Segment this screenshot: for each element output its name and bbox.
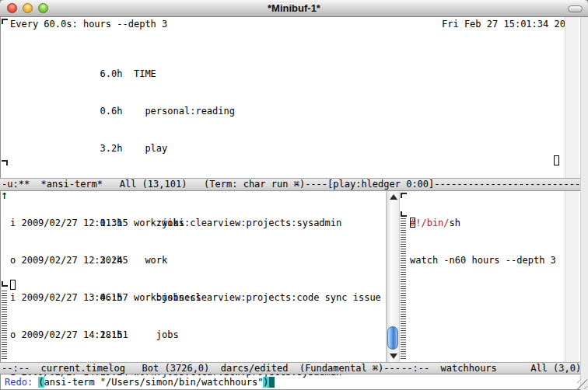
buffer-cursor (10, 280, 16, 290)
watch-header: Every 60.0s: hours --depth 3 (10, 18, 167, 30)
paren-close: ) (263, 377, 268, 388)
empty-lines-indicator (2, 291, 7, 359)
frame-right-border (580, 17, 588, 390)
scroll-up-arrow-icon[interactable] (390, 194, 397, 200)
watch-timestamp: Fri Feb 27 15:01:34 2009 (442, 18, 576, 30)
timelog-line: i 2009/02/27 13:46:57 work:jobs:clearvie… (10, 291, 385, 304)
buffer-end-angle-icon (2, 160, 8, 165)
titlebar[interactable]: *Minibuf-1* (0, 0, 588, 17)
timelog-scrollbar[interactable] (386, 191, 400, 362)
scrollbar-thumb[interactable] (387, 326, 398, 350)
shebang-interpreter: #!/bin/ (410, 218, 450, 228)
timelog-line: o 2009/02/27 14:18:51 (10, 329, 385, 341)
report-line: 6.0h TIME (10, 68, 555, 80)
buffer-top-angle-icon (2, 19, 8, 24)
buffer-top-angle-icon (401, 193, 407, 198)
script-buffer: #!/bin/sh watch -n60 hours --depth 3 (410, 192, 564, 291)
toolbar-toggle-button[interactable] (568, 5, 583, 12)
ansi-term-scrollbar-track[interactable] (565, 17, 579, 178)
script-line: watch -n60 hours --depth 3 (410, 254, 564, 266)
timelog-line: o 2009/02/27 12:30:45 (10, 254, 385, 266)
buffer-end-angle-icon (2, 281, 8, 287)
timelog-buffer: i 2009/02/27 12:11:15 work:jobs:clearvie… (10, 192, 385, 390)
script-scrollbar-track[interactable] (565, 191, 579, 362)
scroll-above-indicator-icon: ↑ (1, 190, 8, 203)
shebang-line: #!/bin/sh (410, 217, 564, 229)
paren-open: ( (38, 377, 44, 388)
minibuffer-command: ansi-term "/Users/simon/bin/watchhours" (44, 377, 264, 388)
scroll-down-arrow-icon[interactable] (390, 353, 397, 359)
emacs-frame: *Minibuf-1* Every 60.0s: hours --depth 3… (0, 0, 588, 390)
minibuffer[interactable]: Redo: (ansi-term "/Users/simon/bin/watch… (5, 376, 275, 388)
minibuffer-cursor (269, 377, 275, 388)
report-line: 3.2h play (10, 142, 555, 155)
report-line: 0.6h personal:reading (10, 105, 555, 117)
modeline-ansi-term[interactable]: -u:** *ansi-term* All (13,101) (Term: ch… (0, 178, 580, 191)
modeline-timelog[interactable]: --:-- current.timelog Bot (3726,0) darcs… (0, 362, 400, 374)
empty-lines-indicator (401, 218, 406, 359)
timelog-line: i 2009/02/27 12:11:15 work:jobs:clearvie… (10, 217, 385, 229)
terminal-cursor (554, 155, 559, 165)
shebang-shell: sh (450, 218, 460, 228)
resize-grip-icon[interactable] (577, 379, 587, 389)
modeline-watchhours[interactable]: --:-- watchhours All (3,0) (400, 362, 580, 374)
script-cursor (410, 218, 415, 228)
minibuffer-prompt: Redo: (5, 377, 38, 388)
buffer-end-angle-icon (401, 211, 407, 217)
window-title: *Minibuf-1* (0, 2, 588, 14)
